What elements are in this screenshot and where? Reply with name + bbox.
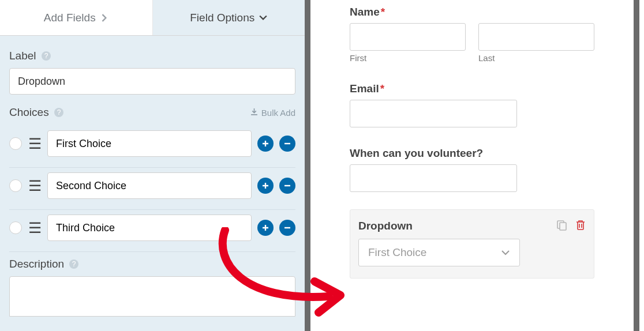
- required-star-icon: *: [381, 6, 385, 18]
- name-label: Name: [350, 6, 380, 18]
- last-name-input[interactable]: [478, 23, 594, 51]
- remove-choice-button[interactable]: [279, 136, 295, 152]
- dropdown-selected-value: First Choice: [368, 246, 426, 259]
- email-input[interactable]: [350, 100, 517, 127]
- svg-text:?: ?: [44, 52, 48, 60]
- last-sublabel: Last: [478, 53, 594, 63]
- bulk-add-label: Bulk Add: [261, 108, 295, 118]
- remove-choice-button[interactable]: [279, 220, 295, 236]
- panel-body: Label ? Choices ? Bulk Add ☰: [0, 36, 305, 317]
- chevron-down-icon: [259, 14, 267, 22]
- tab-add-fields[interactable]: Add Fields: [0, 0, 153, 35]
- choice-default-radio[interactable]: [9, 221, 22, 234]
- label-header: Label: [9, 50, 36, 62]
- email-label: Email: [350, 82, 379, 95]
- first-name-input[interactable]: [350, 23, 466, 51]
- first-sublabel: First: [350, 53, 466, 63]
- drag-handle-icon[interactable]: ☰: [28, 139, 42, 148]
- panel-divider: [305, 0, 310, 331]
- svg-text:?: ?: [72, 260, 76, 268]
- description-header: Description: [9, 258, 64, 270]
- choice-row: ☰: [9, 210, 295, 252]
- choice-row: ☰: [9, 168, 295, 210]
- choice-default-radio[interactable]: [9, 137, 22, 150]
- add-choice-button[interactable]: [257, 220, 274, 236]
- svg-text:?: ?: [57, 108, 61, 116]
- chevron-down-icon: [501, 247, 510, 258]
- choice-input[interactable]: [47, 172, 252, 199]
- volunteer-label: When can you volunteer?: [350, 147, 483, 159]
- choice-input[interactable]: [47, 215, 252, 241]
- field-options-panel: Add Fields Field Options Label ? Choices…: [0, 0, 305, 331]
- tab-field-options-label: Field Options: [190, 12, 254, 24]
- duplicate-icon[interactable]: [556, 219, 567, 233]
- email-field[interactable]: Email*: [350, 82, 594, 127]
- choice-row: ☰: [9, 126, 295, 168]
- help-icon[interactable]: ?: [54, 107, 64, 118]
- add-choice-button[interactable]: [257, 136, 274, 152]
- volunteer-field[interactable]: When can you volunteer?: [350, 147, 594, 192]
- choice-input[interactable]: [47, 130, 252, 157]
- svg-rect-7: [560, 223, 566, 230]
- add-choice-button[interactable]: [257, 178, 274, 194]
- chevron-right-icon: [100, 14, 108, 22]
- choice-default-radio[interactable]: [9, 179, 22, 192]
- required-star-icon: *: [380, 82, 384, 95]
- download-icon: [250, 108, 258, 118]
- help-icon[interactable]: ?: [69, 259, 79, 269]
- panel-tabs: Add Fields Field Options: [0, 0, 305, 36]
- tab-add-fields-label: Add Fields: [44, 12, 96, 24]
- drag-handle-icon[interactable]: ☰: [28, 223, 42, 232]
- dropdown-field-selected[interactable]: Dropdown First Choice: [350, 209, 594, 279]
- drag-handle-icon[interactable]: ☰: [28, 181, 42, 190]
- dropdown-select[interactable]: First Choice: [358, 239, 520, 266]
- dropdown-label: Dropdown: [358, 220, 413, 232]
- field-label-input[interactable]: [9, 68, 295, 95]
- bulk-add-button[interactable]: Bulk Add: [250, 108, 295, 118]
- tab-field-options[interactable]: Field Options: [153, 0, 305, 35]
- form-preview: Name* First Last Email* When can you vol…: [312, 0, 632, 331]
- trash-icon[interactable]: [575, 219, 586, 233]
- help-icon[interactable]: ?: [41, 51, 51, 61]
- choices-header: Choices: [9, 106, 49, 119]
- name-field[interactable]: Name* First Last: [350, 6, 594, 63]
- description-textarea[interactable]: [9, 276, 295, 317]
- volunteer-input[interactable]: [350, 164, 517, 192]
- remove-choice-button[interactable]: [279, 178, 295, 194]
- panel-edge: [634, 0, 639, 331]
